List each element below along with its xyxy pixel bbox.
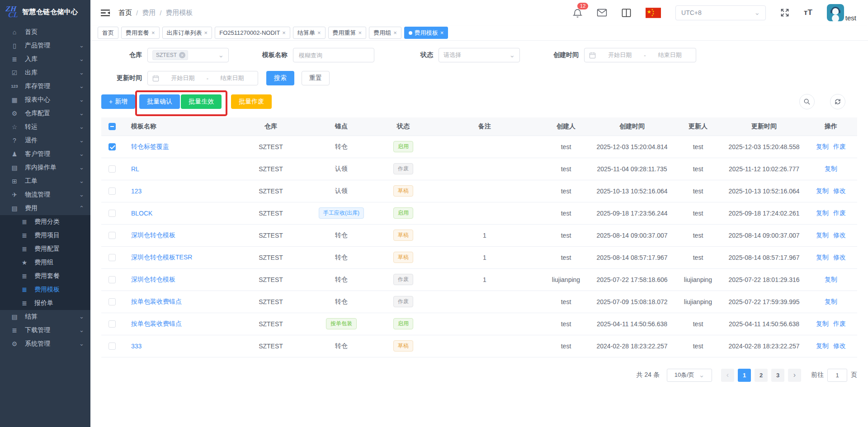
sidebar-item-warehouse-config[interactable]: ⚙仓库配置⌄ [0, 107, 90, 120]
action-copy-link[interactable]: 复制 [825, 165, 837, 172]
template-name-link[interactable]: 深圳仓转仓模板 [131, 231, 175, 239]
reset-button[interactable]: 重置 [302, 71, 330, 85]
template-name-link[interactable]: BLOCK [131, 210, 152, 217]
close-tab-icon[interactable]: × [393, 30, 397, 36]
page-button-2[interactable]: 2 [755, 369, 768, 382]
create-time-range-picker[interactable]: 开始日期 - 结束日期 [584, 48, 696, 62]
close-tab-icon[interactable]: × [282, 30, 286, 36]
language-flag-icon[interactable]: ★ ★ ★ ★ ★ [646, 8, 661, 18]
row-checkbox[interactable] [108, 276, 116, 283]
sidebar-item-reports[interactable]: ▦报表中心⌄ [0, 93, 90, 107]
sidebar-item-outbound[interactable]: ☑出库⌄ [0, 66, 90, 80]
action-copy-link[interactable]: 复制 [816, 187, 829, 194]
sidebar-item-work-orders[interactable]: ⊞工单⌄ [0, 174, 90, 188]
row-checkbox[interactable] [108, 343, 116, 350]
tab-2[interactable]: 出库订单列表× [162, 27, 212, 39]
row-checkbox[interactable] [108, 143, 116, 150]
tab-5[interactable]: 费用重算× [328, 27, 367, 39]
tab-7[interactable]: 费用模板× [404, 27, 448, 39]
action-copy-link[interactable]: 复制 [816, 143, 829, 150]
tab-1[interactable]: 费用套餐× [121, 27, 160, 39]
action-void-link[interactable]: 作废 [833, 320, 846, 327]
sidebar-item-inventory[interactable]: 123库存管理⌄ [0, 80, 90, 93]
batch-void-button[interactable]: 批量作废 [231, 94, 272, 109]
sidebar-item-customers[interactable]: ♟客户管理⌄ [0, 147, 90, 161]
sidebar-subitem-fee-group[interactable]: ★费用组 [0, 256, 90, 269]
timezone-select[interactable]: UTC+8 ⌄ [675, 5, 766, 20]
close-tab-icon[interactable]: × [204, 30, 208, 36]
sidebar-item-downloads[interactable]: ≣下载管理⌄ [0, 324, 90, 337]
tab-6[interactable]: 费用组× [369, 27, 401, 39]
action-edit-link[interactable]: 修改 [833, 187, 846, 194]
template-name-link[interactable]: 深圳仓转仓模板 [131, 276, 175, 283]
collapse-sidebar-icon[interactable] [100, 9, 110, 17]
row-checkbox[interactable] [108, 320, 116, 328]
action-void-link[interactable]: 作废 [833, 209, 846, 216]
action-edit-link[interactable]: 修改 [833, 253, 846, 261]
next-page-button[interactable]: › [788, 369, 801, 382]
template-name-link[interactable]: 按单包装收费锚点 [131, 298, 182, 305]
close-tab-icon[interactable]: × [440, 30, 444, 36]
app-logo[interactable]: ZHCL 智慧仓链仓储中心 [0, 0, 90, 23]
sidebar-subitem-fee-package[interactable]: ≣费用套餐 [0, 269, 90, 283]
tab-0[interactable]: 首页 [98, 27, 118, 39]
search-button[interactable]: 搜索 [266, 71, 294, 85]
goto-page-input[interactable] [827, 369, 847, 382]
remove-tag-icon[interactable]: × [179, 52, 185, 58]
sidebar-item-warehouse-ops[interactable]: ▤库内操作单⌄ [0, 161, 90, 174]
tab-3[interactable]: FO2511270002-NODIT× [215, 27, 290, 39]
page-button-3[interactable]: 3 [771, 369, 784, 382]
refresh-icon[interactable] [830, 94, 845, 109]
template-name-link[interactable]: 按单包装收费锚点 [131, 320, 182, 327]
template-name-link[interactable]: RL [131, 165, 139, 173]
row-checkbox[interactable] [108, 254, 116, 261]
action-copy-link[interactable]: 复制 [816, 253, 829, 261]
sidebar-item-settlement[interactable]: ▤结算⌄ [0, 310, 90, 324]
add-button[interactable]: + 新增 [101, 94, 135, 109]
sidebar-subitem-fee-template[interactable]: ≣费用模板 [0, 283, 90, 296]
update-time-range-picker[interactable]: 开始日期 - 结束日期 [147, 71, 258, 85]
row-checkbox[interactable] [108, 165, 116, 173]
template-name-input[interactable] [293, 48, 374, 62]
batch-effect-button[interactable]: 批量生效 [181, 94, 222, 109]
close-tab-icon[interactable]: × [317, 30, 321, 36]
action-void-link[interactable]: 作废 [833, 143, 846, 150]
breadcrumb-home[interactable]: 首页 [118, 9, 132, 17]
action-copy-link[interactable]: 复制 [816, 209, 829, 216]
action-edit-link[interactable]: 修改 [833, 231, 846, 239]
row-checkbox[interactable] [108, 298, 116, 305]
layout-columns-icon[interactable] [622, 9, 631, 17]
template-name-link[interactable]: 转仓标签覆盖 [131, 143, 169, 150]
sidebar-item-home[interactable]: ⌂首页 [0, 25, 90, 39]
template-name-link[interactable]: 深圳仓转仓模板TESR [131, 253, 192, 261]
prev-page-button[interactable]: ‹ [721, 369, 734, 382]
font-size-icon[interactable]: тT [804, 8, 812, 17]
status-select[interactable]: 请选择 ⌄ [439, 48, 520, 62]
table-search-icon[interactable] [799, 94, 815, 109]
warehouse-select[interactable]: SZTEST × ⌄ [147, 48, 229, 62]
action-copy-link[interactable]: 复制 [825, 298, 837, 305]
sidebar-subitem-fee-config[interactable]: ≣费用配置 [0, 242, 90, 256]
page-button-1[interactable]: 1 [738, 369, 751, 382]
mail-icon[interactable] [597, 9, 607, 17]
template-name-link[interactable]: 123 [131, 188, 142, 195]
close-tab-icon[interactable]: × [151, 30, 155, 36]
row-checkbox[interactable] [108, 232, 116, 239]
sidebar-subitem-quotation[interactable]: ≣报价单 [0, 296, 90, 310]
batch-confirm-button[interactable]: 批量确认 [139, 94, 180, 109]
sidebar-item-fees[interactable]: ▤费用⌃ [0, 202, 90, 215]
row-checkbox[interactable] [108, 188, 116, 195]
action-copy-link[interactable]: 复制 [825, 276, 837, 283]
row-checkbox[interactable] [108, 210, 116, 217]
sidebar-item-product[interactable]: ▯产品管理⌄ [0, 39, 90, 52]
notification-bell-icon[interactable]: 12 [573, 8, 582, 18]
close-tab-icon[interactable]: × [359, 30, 362, 36]
sidebar-item-transfer[interactable]: ☆转运⌄ [0, 120, 90, 134]
template-name-link[interactable]: 333 [131, 343, 142, 350]
sidebar-subitem-fee-item[interactable]: ≣费用项目 [0, 229, 90, 242]
action-copy-link[interactable]: 复制 [816, 231, 829, 239]
sidebar-subitem-fee-category[interactable]: ≣费用分类 [0, 215, 90, 229]
page-size-select[interactable]: 10条/页 ⌄ [667, 369, 712, 382]
fullscreen-icon[interactable] [780, 8, 789, 17]
sidebar-item-system[interactable]: ⚙系统管理⌄ [0, 337, 90, 351]
